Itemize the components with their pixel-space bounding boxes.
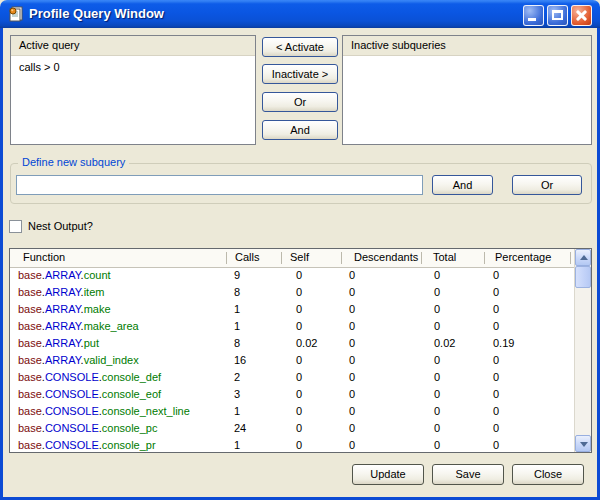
- cell-total: 0: [434, 267, 440, 284]
- scroll-up-button[interactable]: [575, 249, 591, 266]
- table-row[interactable]: base.ARRAY.count 9 0 0 0 0: [10, 267, 574, 284]
- function-class: CONSOLE: [45, 439, 99, 451]
- subquery-and-button[interactable]: And: [432, 175, 493, 195]
- cell-descendants: 0: [349, 267, 355, 284]
- minimize-button[interactable]: [523, 5, 544, 26]
- cell-self: 0: [296, 267, 302, 284]
- table-row[interactable]: base.CONSOLE.console_eof 3 0 0 0 0: [10, 386, 574, 403]
- cell-percentage: 0: [493, 301, 499, 318]
- table-row[interactable]: base.ARRAY.make_area 1 0 0 0 0: [10, 318, 574, 335]
- cell-self: 0: [296, 420, 302, 437]
- active-query-item[interactable]: calls > 0: [11, 56, 255, 74]
- column-header-total[interactable]: Total: [433, 249, 456, 266]
- function-name: base.ARRAY.valid_index: [18, 352, 139, 369]
- header-separator: [341, 252, 342, 264]
- or-button[interactable]: Or: [262, 92, 338, 112]
- header-separator: [570, 252, 571, 264]
- cell-calls: 16: [234, 352, 246, 369]
- table-row[interactable]: base.ARRAY.valid_index 16 0 0 0 0: [10, 352, 574, 369]
- header-separator: [226, 252, 227, 264]
- table-row[interactable]: base.CONSOLE.console_next_line 1 0 0 0 0: [10, 403, 574, 420]
- and-button[interactable]: And: [262, 120, 338, 140]
- inactivate-button[interactable]: Inactivate >: [262, 64, 338, 84]
- cell-calls: 24: [234, 420, 246, 437]
- header-separator: [421, 252, 422, 264]
- vertical-scrollbar[interactable]: [574, 249, 591, 452]
- table-body: base.ARRAY.count 9 0 0 0 0 base.ARRAY.it…: [10, 267, 574, 452]
- scroll-down-button[interactable]: [575, 435, 591, 452]
- function-module: base: [18, 405, 42, 417]
- function-feature: make_area: [84, 320, 139, 332]
- cell-total: 0: [434, 403, 440, 420]
- cell-descendants: 0: [349, 318, 355, 335]
- active-query-header: Active query: [11, 36, 255, 56]
- table-header: Function Calls Self Descendants Total Pe…: [10, 249, 591, 268]
- header-separator: [484, 252, 485, 264]
- results-table: Function Calls Self Descendants Total Pe…: [9, 248, 592, 453]
- cell-self: 0: [296, 437, 302, 452]
- maximize-button[interactable]: [547, 5, 568, 26]
- column-header-self[interactable]: Self: [290, 249, 309, 266]
- function-name: base.CONSOLE.console_def: [18, 369, 161, 386]
- function-class: CONSOLE: [45, 371, 99, 383]
- inactive-subqueries-panel: Inactive subqueries: [342, 35, 592, 145]
- cell-calls: 9: [234, 267, 240, 284]
- cell-descendants: 0: [349, 352, 355, 369]
- function-name: base.CONSOLE.console_pr: [18, 437, 156, 452]
- table-row[interactable]: base.CONSOLE.console_pr 1 0 0 0 0: [10, 437, 574, 452]
- activate-button[interactable]: < Activate: [262, 37, 338, 57]
- function-feature: console_eof: [102, 388, 161, 400]
- close-button[interactable]: [571, 5, 592, 26]
- function-module: base: [18, 286, 42, 298]
- close-dialog-button[interactable]: Close: [512, 464, 584, 485]
- active-query-panel: Active query calls > 0: [10, 35, 256, 145]
- table-row[interactable]: base.CONSOLE.console_def 2 0 0 0 0: [10, 369, 574, 386]
- column-header-function[interactable]: Function: [23, 249, 65, 266]
- cell-percentage: 0.19: [493, 335, 514, 352]
- cell-calls: 2: [234, 369, 240, 386]
- cell-total: 0: [434, 352, 440, 369]
- cell-percentage: 0: [493, 284, 499, 301]
- cell-descendants: 0: [349, 301, 355, 318]
- function-name: base.CONSOLE.console_pc: [18, 420, 157, 437]
- window-icon[interactable]: [8, 6, 24, 22]
- nest-output-label[interactable]: Nest Output?: [28, 220, 93, 232]
- function-module: base: [18, 371, 42, 383]
- header-separator: [281, 252, 282, 264]
- function-feature: console_def: [102, 371, 161, 383]
- table-row[interactable]: base.ARRAY.make 1 0 0 0 0: [10, 301, 574, 318]
- nest-output-checkbox[interactable]: [9, 220, 22, 233]
- function-feature: make: [84, 303, 111, 315]
- column-header-calls[interactable]: Calls: [235, 249, 259, 266]
- cell-percentage: 0: [493, 369, 499, 386]
- table-row[interactable]: base.ARRAY.put 8 0.02 0 0.02 0.19: [10, 335, 574, 352]
- arrow-up-icon: [580, 255, 588, 260]
- function-class: ARRAY: [45, 337, 81, 349]
- cell-descendants: 0: [349, 335, 355, 352]
- active-query-list[interactable]: calls > 0: [11, 56, 255, 74]
- function-name: base.ARRAY.count: [18, 267, 111, 284]
- cell-calls: 3: [234, 386, 240, 403]
- column-header-percentage[interactable]: Percentage: [495, 249, 551, 266]
- table-row[interactable]: base.CONSOLE.console_pc 24 0 0 0 0: [10, 420, 574, 437]
- cell-total: 0.02: [434, 335, 455, 352]
- function-name: base.ARRAY.item: [18, 284, 104, 301]
- function-class: ARRAY: [45, 303, 81, 315]
- function-class: ARRAY: [45, 286, 81, 298]
- function-class: ARRAY: [45, 320, 81, 332]
- cell-calls: 1: [234, 403, 240, 420]
- titlebar[interactable]: Profile Query Window: [0, 0, 600, 28]
- subquery-input[interactable]: [16, 175, 423, 195]
- column-header-descendants[interactable]: Descendants: [354, 249, 418, 266]
- cell-self: 0: [296, 403, 302, 420]
- cell-total: 0: [434, 369, 440, 386]
- function-name: base.ARRAY.put: [18, 335, 99, 352]
- scrollbar-thumb[interactable]: [575, 266, 591, 288]
- update-button[interactable]: Update: [352, 464, 424, 485]
- save-button[interactable]: Save: [432, 464, 504, 485]
- table-row[interactable]: base.ARRAY.item 8 0 0 0 0: [10, 284, 574, 301]
- inactive-subqueries-header: Inactive subqueries: [343, 36, 591, 56]
- cell-descendants: 0: [349, 284, 355, 301]
- cell-percentage: 0: [493, 267, 499, 284]
- subquery-or-button[interactable]: Or: [512, 175, 582, 195]
